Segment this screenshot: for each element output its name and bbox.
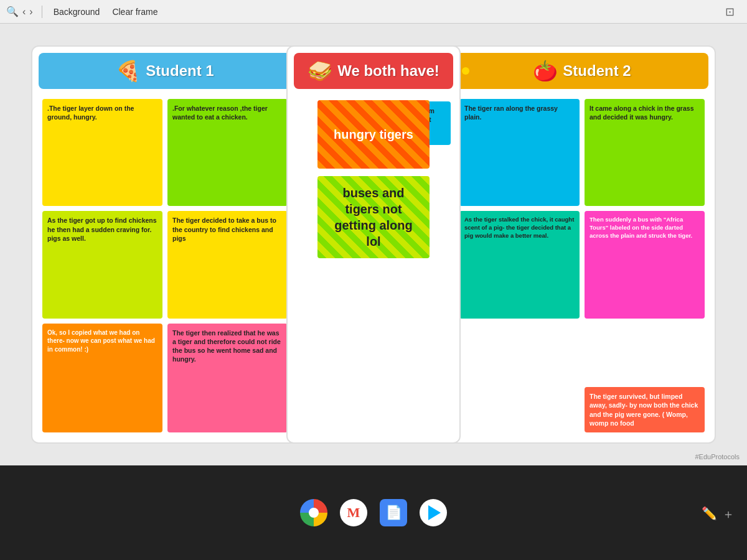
watermark: #EduProtocols	[695, 453, 740, 460]
student1-food-icon: 🍕	[116, 59, 141, 83]
plus-icon[interactable]: ＋	[722, 506, 735, 523]
venn-container: 🍕 Student 1 .The tiger layer down on the…	[31, 45, 716, 444]
list-item[interactable]: .The tiger layer down on the ground, hun…	[42, 99, 162, 206]
arrow-back-icon[interactable]: ‹	[22, 6, 26, 17]
list-item[interactable]: The tiger then realized that he was a ti…	[167, 324, 288, 432]
background-button[interactable]: Background	[47, 4, 106, 19]
canvas-area: 🍕 Student 1 .The tiger layer down on the…	[0, 24, 747, 465]
student1-title: Student 1	[146, 62, 214, 80]
both-note-hungry-tigers[interactable]: hungry tigers	[317, 100, 430, 169]
taskbar-corner-icons: ✏️ ＋	[702, 506, 735, 523]
student2-header: 🍅 Student 2	[456, 53, 708, 89]
list-item[interactable]: Then suddenly a bus with "Africa Tours" …	[585, 211, 705, 318]
separator	[42, 6, 42, 18]
list-item[interactable]: The tiger survived, but limped away, sad…	[585, 387, 705, 432]
play-triangle	[428, 505, 441, 520]
both-panel: 🥪 We both have! Switching from wanting t…	[286, 45, 461, 444]
student2-food-icon: 🍅	[533, 59, 558, 83]
pencil-icon[interactable]: ✏️	[702, 506, 717, 523]
student2-dot	[462, 67, 469, 75]
docs-icon[interactable]: 📄	[380, 499, 407, 526]
list-item[interactable]: As the tiger stalked the chick, it caugh…	[459, 211, 580, 318]
list-item[interactable]: As the tiger got up to find chickens he …	[42, 211, 162, 318]
student1-panel: 🍕 Student 1 .The tiger layer down on the…	[31, 45, 299, 444]
taskbar: M 📄 ✏️ ＋	[0, 465, 747, 560]
clear-frame-button[interactable]: Clear frame	[106, 4, 164, 19]
gmail-icon[interactable]: M	[340, 499, 367, 526]
student1-header: 🍕 Student 1	[39, 53, 291, 89]
list-item[interactable]: It came along a chick in the grass and d…	[585, 99, 705, 206]
list-item[interactable]: The tiger decided to take a bus to the c…	[167, 211, 288, 318]
both-header: 🥪 We both have!	[294, 53, 453, 89]
list-item[interactable]: Ok, so I copied what we had on there- no…	[42, 324, 162, 432]
student2-panel: 🍅 Student 2 The tiger ran along the gras…	[448, 45, 716, 444]
both-food-icon: 🥪	[308, 59, 332, 83]
both-title: We both have!	[337, 62, 439, 80]
cast-icon[interactable]: ⊡	[725, 5, 735, 19]
student2-title: Student 2	[563, 62, 631, 80]
chrome-icon[interactable]	[300, 499, 327, 526]
play-store-icon[interactable]	[420, 499, 447, 526]
arrow-forward-icon[interactable]: ›	[29, 6, 32, 17]
list-item[interactable]: .For whatever reason ,the tiger wanted t…	[167, 99, 288, 206]
list-item[interactable]: The tiger ran along the grassy plain.	[459, 99, 580, 206]
toolbar: 🔍 ‹ › Background Clear frame ⊡	[0, 0, 747, 24]
chrome-inner	[309, 508, 319, 518]
both-note-buses[interactable]: buses and tigers not getting along lol	[317, 176, 430, 258]
search-icon[interactable]: 🔍	[6, 6, 19, 17]
